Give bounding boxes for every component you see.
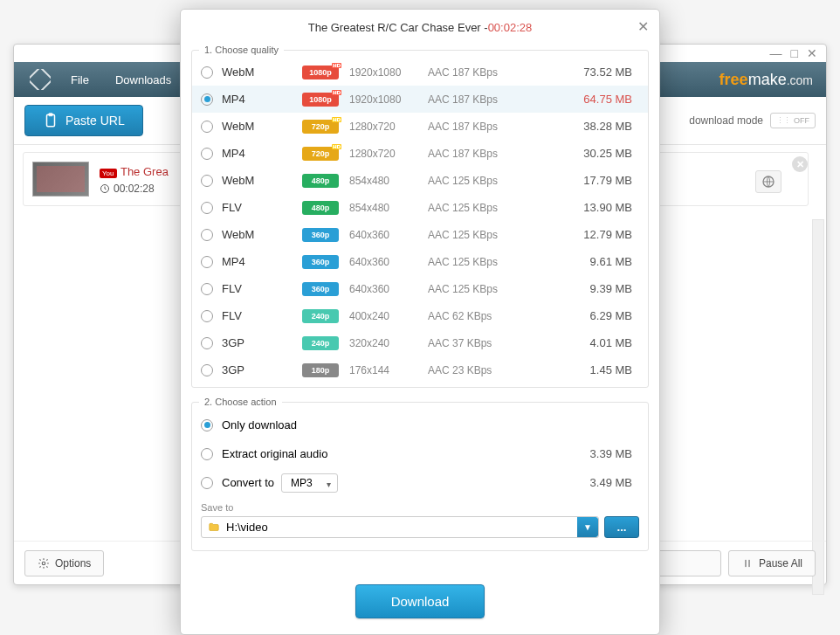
quality-size: 73.52 MB bbox=[541, 66, 639, 79]
quality-row[interactable]: MP4720p1280x720AAC 187 KBps30.25 MB bbox=[192, 140, 648, 167]
dialog-close-button[interactable]: ✕ bbox=[637, 18, 649, 35]
quality-size: 13.90 MB bbox=[541, 201, 639, 214]
video-title: The Grea bbox=[120, 165, 169, 178]
convert-size: 3.49 MB bbox=[338, 476, 639, 489]
quality-audio: AAC 187 KBps bbox=[428, 66, 541, 79]
folder-icon bbox=[207, 521, 221, 534]
extract-audio-size: 3.39 MB bbox=[327, 447, 639, 460]
quality-format: 3GP bbox=[222, 363, 283, 376]
quality-row[interactable]: FLV240p400x240AAC 62 KBps6.29 MB bbox=[192, 302, 648, 329]
app-logo-icon bbox=[23, 62, 58, 97]
minimize-button[interactable]: — bbox=[770, 46, 782, 60]
quality-badge-icon: 360p bbox=[302, 255, 339, 269]
quality-badge-icon: 480p bbox=[302, 174, 339, 188]
brand-label: freemake.com bbox=[720, 71, 813, 89]
path-dropdown-button[interactable]: ▼ bbox=[577, 517, 598, 537]
quality-row[interactable]: MP41080p1920x1080AAC 187 KBps64.75 MB bbox=[192, 86, 648, 113]
svg-rect-6 bbox=[745, 559, 747, 566]
quality-audio: AAC 37 KBps bbox=[428, 337, 541, 349]
dialog-title: The Greatest R/C Car Chase Ever - 00:02:… bbox=[181, 10, 659, 45]
quality-resolution: 1920x1080 bbox=[349, 66, 428, 79]
globe-icon bbox=[761, 175, 775, 189]
quality-row[interactable]: 3GP180p176x144AAC 23 KBps1.45 MB bbox=[192, 356, 648, 383]
radio-icon bbox=[201, 337, 213, 349]
quality-audio: AAC 23 KBps bbox=[428, 364, 541, 376]
close-button[interactable]: ✕ bbox=[807, 46, 817, 60]
options-button[interactable]: Options bbox=[24, 550, 104, 576]
quality-resolution: 176x144 bbox=[349, 364, 428, 376]
quality-format: FLV bbox=[222, 309, 283, 322]
quality-size: 1.45 MB bbox=[541, 363, 639, 376]
quality-audio: AAC 125 KBps bbox=[428, 229, 541, 241]
remove-item-button[interactable]: ✕ bbox=[792, 156, 808, 172]
save-to-label: Save to bbox=[201, 502, 639, 513]
quality-row[interactable]: WebM480p854x480AAC 125 KBps17.79 MB bbox=[192, 167, 648, 194]
svg-rect-2 bbox=[49, 114, 53, 116]
quality-format: MP4 bbox=[222, 93, 283, 106]
menu-downloads[interactable]: Downloads bbox=[102, 73, 184, 86]
action-only-download[interactable]: Only download bbox=[192, 411, 648, 439]
quality-row[interactable]: 3GP240p320x240AAC 37 KBps4.01 MB bbox=[192, 329, 648, 356]
quality-badge-icon: 240p bbox=[302, 309, 339, 323]
maximize-button[interactable]: □ bbox=[791, 46, 798, 60]
quality-row[interactable]: FLV480p854x480AAC 125 KBps13.90 MB bbox=[192, 194, 648, 221]
action-extract-audio[interactable]: Extract original audio 3.39 MB bbox=[192, 439, 648, 468]
action-convert-to[interactable]: Convert to MP3 3.49 MB bbox=[192, 468, 648, 497]
radio-icon bbox=[201, 202, 213, 214]
quality-size: 30.25 MB bbox=[541, 147, 639, 160]
convert-format-select[interactable]: MP3 bbox=[281, 473, 338, 493]
radio-icon bbox=[201, 310, 213, 322]
quality-badge-icon: 480p bbox=[302, 201, 339, 215]
quality-format: MP4 bbox=[222, 147, 283, 160]
video-thumbnail-icon bbox=[32, 162, 89, 197]
quality-badge-icon: 360p bbox=[302, 282, 339, 296]
quality-resolution: 1280x720 bbox=[349, 121, 428, 133]
quality-resolution: 1920x1080 bbox=[349, 93, 428, 106]
toggle-off-icon[interactable]: ⋮⋮OFF bbox=[770, 113, 816, 128]
clock-icon bbox=[100, 183, 110, 194]
download-mode-toggle[interactable]: download mode ⋮⋮OFF bbox=[689, 113, 816, 128]
quality-format: 3GP bbox=[222, 336, 283, 349]
clipboard-icon bbox=[43, 113, 59, 128]
svg-rect-7 bbox=[748, 559, 750, 566]
quality-badge-icon: 1080p bbox=[302, 66, 339, 79]
open-in-browser-button[interactable] bbox=[755, 170, 781, 193]
save-path-input[interactable]: H:\video ▼ bbox=[201, 516, 599, 538]
radio-icon bbox=[201, 256, 213, 268]
radio-icon bbox=[201, 283, 213, 295]
menu-file[interactable]: File bbox=[58, 73, 102, 86]
quality-audio: AAC 187 KBps bbox=[428, 148, 541, 160]
quality-row[interactable]: WebM1080p1920x1080AAC 187 KBps73.52 MB bbox=[192, 59, 648, 86]
footer-button-blank[interactable] bbox=[651, 550, 721, 576]
scrollbar[interactable] bbox=[812, 219, 824, 595]
quality-resolution: 320x240 bbox=[349, 337, 428, 349]
quality-resolution: 640x360 bbox=[349, 283, 428, 295]
paste-url-button[interactable]: Paste URL bbox=[24, 105, 143, 136]
pause-all-button[interactable]: Pause All bbox=[728, 550, 816, 576]
quality-row[interactable]: WebM360p640x360AAC 125 KBps12.79 MB bbox=[192, 221, 648, 248]
quality-row[interactable]: WebM720p1280x720AAC 187 KBps38.28 MB bbox=[192, 113, 648, 140]
svg-rect-0 bbox=[30, 69, 51, 90]
quality-row[interactable]: FLV360p640x360AAC 125 KBps9.39 MB bbox=[192, 275, 648, 302]
quality-resolution: 640x360 bbox=[349, 229, 428, 241]
choose-quality-group: 1. Choose quality WebM1080p1920x1080AAC … bbox=[191, 45, 649, 388]
quality-badge-icon: 360p bbox=[302, 228, 339, 242]
quality-size: 9.39 MB bbox=[541, 282, 639, 295]
quality-audio: AAC 187 KBps bbox=[428, 121, 541, 133]
quality-badge-icon: 180p bbox=[302, 363, 339, 377]
svg-rect-1 bbox=[47, 114, 55, 127]
quality-size: 38.28 MB bbox=[541, 120, 639, 133]
quality-size: 9.61 MB bbox=[541, 255, 639, 268]
quality-resolution: 1280x720 bbox=[349, 148, 428, 160]
quality-badge-icon: 240p bbox=[302, 336, 339, 350]
quality-badge-icon: 720p bbox=[302, 120, 339, 134]
quality-format: MP4 bbox=[222, 255, 283, 268]
browse-button[interactable]: ... bbox=[604, 516, 639, 538]
quality-row[interactable]: MP4360p640x360AAC 125 KBps9.61 MB bbox=[192, 248, 648, 275]
download-button[interactable]: Download bbox=[355, 584, 485, 618]
quality-audio: AAC 125 KBps bbox=[428, 283, 541, 295]
radio-icon bbox=[201, 93, 213, 106]
svg-point-5 bbox=[42, 562, 45, 565]
quality-audio: AAC 125 KBps bbox=[428, 256, 541, 268]
quality-resolution: 854x480 bbox=[349, 175, 428, 187]
